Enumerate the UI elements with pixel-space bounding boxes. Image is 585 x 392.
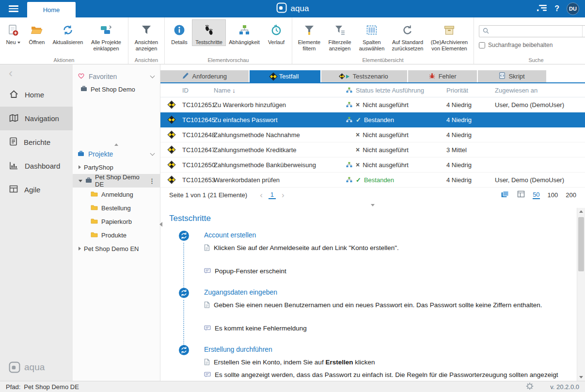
keep-search-checkbox[interactable]: [479, 42, 485, 48]
elemente-filtern-button[interactable]: Elemente filtern: [294, 19, 324, 52]
scroll-up-icon[interactable]: [577, 208, 585, 215]
settings-gear-icon[interactable]: [526, 382, 534, 392]
page-size-100[interactable]: 100: [548, 191, 558, 199]
search-dropdown-caret-icon[interactable]: [582, 26, 585, 37]
next-page-icon[interactable]: ›: [282, 191, 285, 199]
tab-skript[interactable]: Skript: [478, 70, 546, 82]
spalten-auswaehlen-button[interactable]: Spalten auswählen: [355, 19, 388, 52]
testcase-checkered-icon: [168, 101, 174, 108]
sidebar-item-dashboard[interactable]: Dashboard: [0, 154, 73, 178]
cell-name: Zahlungsmethode Banküberweisung: [214, 161, 342, 169]
step-expected-text: Es sollte angezeigt werden, dass das Pas…: [215, 371, 566, 381]
tab-testszenario[interactable]: Testszenario: [321, 70, 408, 82]
detail-panel-splitter[interactable]: [160, 202, 585, 208]
user-avatar[interactable]: DU: [567, 2, 579, 15]
sidebar-item-berichte[interactable]: Berichte: [0, 130, 73, 154]
tab-home[interactable]: Home: [27, 2, 76, 17]
cell-status: Nicht ausgeführt: [363, 161, 409, 169]
auf-standard-button[interactable]: Auf Standard zurücksetzen: [388, 19, 427, 52]
hamburger-menu-icon[interactable]: [0, 0, 27, 17]
step-instruction: Klicken Sie auf der Anmeldeseite auf den…: [204, 244, 566, 253]
projects-title: Projekte: [88, 150, 113, 158]
step-title[interactable]: Erstellung durchführen: [204, 345, 566, 353]
network-status-icon[interactable]: [537, 4, 547, 14]
status-cross-icon: ×: [356, 131, 360, 138]
table-row[interactable]: TC1012651 Zu Warenkorb hinzufügen ×Nicht…: [160, 97, 585, 112]
tree-item-anmeldung[interactable]: Anmeldung: [73, 188, 160, 201]
expand-down-icon[interactable]: [79, 180, 82, 182]
favorites-splitter[interactable]: [73, 141, 160, 148]
filterzeile-anzeigen-button[interactable]: Filterzeile anzeigen: [324, 19, 355, 52]
step-title[interactable]: Zugangsdaten eingeben: [204, 288, 566, 296]
details-button[interactable]: Details: [167, 19, 192, 46]
dependency-tree-icon: [238, 22, 250, 38]
tab-fehler[interactable]: Fehler: [408, 70, 477, 82]
table-row-selected[interactable]: TC1012645 Zu einfaches Passwort ✓Bestand…: [160, 112, 585, 127]
help-icon[interactable]: ?: [554, 4, 559, 13]
tree-item-label: Anmeldung: [101, 191, 133, 198]
tree-item-petshop-de[interactable]: Pet Shop Demo DE ⋮: [73, 174, 160, 188]
step-instruction-text: Klicken Sie auf der Anmeldeseite auf den…: [214, 244, 399, 252]
tree-item-petshop-en[interactable]: Pet Shop Demo EN: [73, 242, 160, 255]
tree-item-papierkorb[interactable]: Papierkorb: [73, 215, 160, 228]
page-size-50[interactable]: 50: [533, 191, 539, 199]
scroll-down-icon[interactable]: [577, 374, 585, 381]
tree-item-bestellung[interactable]: Bestellung: [73, 201, 160, 215]
ribbon-group-elementvorschau: Details Testschritte Abhängigkeit Verlau…: [165, 17, 292, 64]
column-header-dependency[interactable]: [342, 87, 356, 93]
verlauf-button[interactable]: Verlauf: [263, 19, 290, 46]
favorite-item[interactable]: Pet Shop Demo: [73, 83, 160, 95]
prev-page-icon[interactable]: ‹: [260, 191, 263, 199]
sidebar-item-home[interactable]: Home: [0, 83, 73, 107]
column-header-prioritaet[interactable]: Priorität: [446, 87, 495, 94]
sidebar-item-navigation[interactable]: Navigation: [0, 107, 73, 130]
table-row[interactable]: TC1012647 Zahlungsmethode Kreditkarte ×N…: [160, 142, 585, 157]
tab-label: Anforderung: [192, 73, 227, 80]
abhaengigkeit-button[interactable]: Abhängigkeit: [226, 19, 263, 46]
tree-item-produkte[interactable]: Produkte: [73, 228, 160, 242]
current-page[interactable]: 1: [269, 191, 276, 199]
info-icon: [174, 22, 185, 38]
batch-view-icon[interactable]: [501, 190, 509, 200]
filter-funnel-icon: [304, 22, 315, 38]
table-row[interactable]: TC1012648 Zahlungsmethode Nachnahme ×Nic…: [160, 127, 585, 142]
neu-button[interactable]: Neu: [2, 19, 24, 46]
alle-projekte-einklappen-button[interactable]: Alle Projekte einklappen: [86, 19, 126, 52]
column-header-name[interactable]: Name ↓: [214, 87, 342, 94]
refresh-icon: [62, 22, 74, 38]
column-header-status[interactable]: Status letzte Ausführung: [356, 87, 446, 94]
aktualisieren-button[interactable]: Aktualisieren: [49, 19, 86, 46]
briefcase-icon: [85, 177, 92, 185]
tab-anforderung[interactable]: Anforderung: [160, 70, 249, 82]
oeffnen-button[interactable]: Öffnen: [24, 19, 49, 46]
step-title[interactable]: Account erstellen: [204, 231, 566, 239]
sidebar-item-agile[interactable]: Agile: [0, 178, 73, 202]
folder-icon: [91, 218, 98, 225]
report-icon: [9, 137, 17, 147]
tab-testfall[interactable]: Testfall: [250, 70, 320, 82]
dearchivieren-button[interactable]: (De)Archivieren von Elementen: [427, 19, 472, 52]
tree-item-partyshop[interactable]: PartyShop: [73, 160, 160, 174]
expand-right-icon[interactable]: [79, 247, 81, 251]
scrollbar-thumb[interactable]: [578, 217, 584, 271]
search-input[interactable]: [491, 26, 582, 36]
table-row[interactable]: TC1012653 Warenkorbdaten prüfen ✓Bestand…: [160, 172, 585, 188]
grid-view-icon[interactable]: [517, 190, 525, 199]
cell-id: TC1012647: [182, 146, 214, 154]
column-header-id[interactable]: ID: [182, 87, 214, 94]
column-header-zugewiesen[interactable]: Zugewiesen an: [495, 87, 585, 94]
kebab-menu-icon[interactable]: ⋮: [149, 177, 155, 185]
table-row[interactable]: TC1012650 Zahlungsmethode Banküberweisun…: [160, 157, 585, 172]
expand-right-icon[interactable]: [79, 165, 81, 169]
vertical-scrollbar[interactable]: [577, 208, 585, 381]
testschritte-button[interactable]: Testschritte: [192, 19, 226, 46]
filterzeile-label: Filterzeile anzeigen: [325, 39, 355, 51]
sidebar-collapse-icon[interactable]: ‹: [0, 64, 73, 83]
step-expected-text: Popup-Fenster erscheint: [215, 267, 286, 276]
left-sidebar: ‹ Home Navigation Berichte Dashboard Agi…: [0, 64, 73, 381]
footprints-icon: [203, 22, 215, 38]
favorites-header[interactable]: Favoriten: [73, 70, 160, 83]
page-size-200[interactable]: 200: [566, 191, 576, 199]
ansichten-anzeigen-button[interactable]: Ansichten anzeigen: [130, 19, 162, 52]
projects-header[interactable]: Projekte: [73, 148, 160, 160]
